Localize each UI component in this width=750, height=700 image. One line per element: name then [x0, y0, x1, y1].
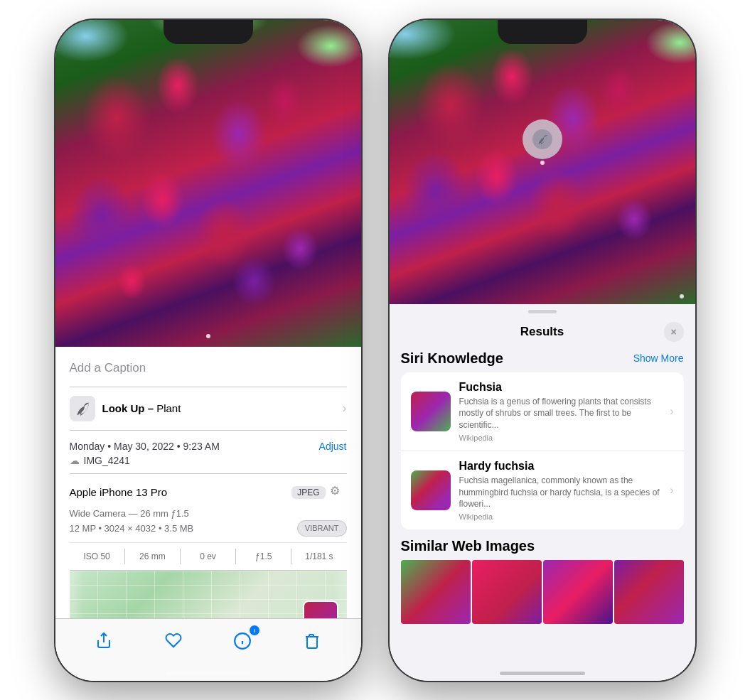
siri-knowledge-title: Siri Knowledge	[401, 350, 503, 367]
results-content: Siri Knowledge Show More Fuchsia Fuchsia…	[390, 350, 695, 681]
hardy-desc: Fuchsia magellanica, commonly known as t…	[459, 475, 662, 510]
device-section: Apple iPhone 13 Pro JPEG ⚙ Wide Camera —…	[70, 474, 347, 571]
similar-images-row	[401, 560, 684, 624]
trash-icon	[304, 632, 321, 652]
format-badge: JPEG	[291, 486, 325, 499]
similar-image-1[interactable]	[401, 560, 471, 624]
visual-lookup-button[interactable]	[523, 119, 562, 159]
left-phone-screen: Add a Caption Look Up – Plant › Monday •…	[55, 20, 361, 681]
info-icon	[233, 632, 252, 653]
page-dot-right	[680, 294, 684, 298]
camera-specs: 12 MP • 3024 × 4032 • 3.5 MB	[70, 522, 194, 536]
similar-image-3[interactable]	[543, 560, 613, 624]
home-indicator	[166, 672, 251, 675]
lookup-icon	[70, 396, 95, 421]
similar-image-4[interactable]	[614, 560, 684, 624]
badges: JPEG ⚙	[291, 484, 346, 501]
fuchsia-source: Wikipedia	[459, 434, 662, 442]
info-badge: i	[250, 625, 259, 635]
close-button[interactable]: ×	[664, 322, 684, 342]
date-section: Monday • May 30, 2022 • 9:23 AM Adjust ☁…	[70, 431, 347, 474]
share-button[interactable]	[88, 627, 119, 658]
heart-icon	[165, 632, 182, 653]
flower-image-left[interactable]	[55, 20, 361, 347]
results-panel: Results × Siri Knowledge Show More Fu	[390, 304, 695, 681]
fuchsia-desc: Fuchsia is a genus of flowering plants t…	[459, 396, 662, 431]
show-more-button[interactable]: Show More	[633, 352, 684, 364]
info-button[interactable]: i	[227, 627, 258, 658]
close-icon: ×	[670, 326, 676, 338]
hardy-info: Hardy fuchsia Fuchsia magellanica, commo…	[459, 460, 662, 521]
siri-dot	[540, 161, 545, 165]
fuchsia-thumbnail	[411, 392, 451, 431]
knowledge-item-hardy[interactable]: Hardy fuchsia Fuchsia magellanica, commo…	[401, 451, 684, 529]
filename-row: ☁ IMG_4241	[70, 455, 347, 466]
right-phone: Results × Siri Knowledge Show More Fu	[390, 20, 695, 681]
share-icon	[95, 632, 112, 653]
exif-aperture: ƒ1.5	[236, 549, 291, 564]
hardy-name: Hardy fuchsia	[459, 460, 662, 473]
date-text: Monday • May 30, 2022 • 9:23 AM	[70, 441, 220, 452]
lookup-row[interactable]: Look Up – Plant ›	[70, 387, 347, 431]
device-row: Apple iPhone 13 Pro JPEG ⚙	[70, 484, 347, 501]
similar-image-2[interactable]	[472, 560, 542, 624]
hardy-source: Wikipedia	[459, 512, 662, 521]
page-dot	[206, 334, 210, 338]
right-phone-screen: Results × Siri Knowledge Show More Fu	[390, 20, 695, 681]
chevron-icon: ›	[343, 401, 347, 416]
exif-ev: 0 ev	[181, 549, 236, 564]
similar-web-images-title: Similar Web Images	[401, 538, 684, 554]
results-header: Results ×	[390, 316, 695, 350]
camera-details: Wide Camera — 26 mm ƒ1.5 12 MP • 3024 × …	[70, 507, 347, 564]
similar-section: Similar Web Images	[401, 538, 684, 624]
left-phone-notch	[164, 20, 253, 44]
cloud-icon: ☁	[70, 455, 80, 466]
right-phone-notch	[498, 20, 587, 44]
drag-handle[interactable]	[528, 310, 557, 313]
hardy-thumbnail	[411, 470, 451, 510]
exif-iso: ISO 50	[70, 549, 125, 564]
results-title: Results	[421, 325, 664, 339]
hardy-chevron: ›	[670, 484, 673, 497]
flower-image-right[interactable]	[390, 20, 695, 304]
exif-row: ISO 50 26 mm 0 ev ƒ1.5 1/181 s	[70, 542, 347, 564]
exif-shutter: 1/181 s	[291, 549, 346, 564]
delete-button[interactable]	[296, 627, 328, 658]
fuchsia-name: Fuchsia	[459, 381, 662, 394]
caption-placeholder[interactable]: Add a Caption	[70, 355, 347, 387]
camera-specs-row: 12 MP • 3024 × 4032 • 3.5 MB VIBRANT	[70, 520, 347, 537]
lookup-label: Look Up – Plant	[102, 402, 181, 414]
camera-wide-row: Wide Camera — 26 mm ƒ1.5	[70, 507, 347, 521]
left-phone: Add a Caption Look Up – Plant › Monday •…	[55, 20, 361, 681]
adjust-button[interactable]: Adjust	[319, 441, 347, 452]
settings-icon[interactable]: ⚙	[330, 484, 347, 501]
knowledge-card: Fuchsia Fuchsia is a genus of flowering …	[401, 372, 684, 530]
device-name: Apple iPhone 13 Pro	[70, 486, 168, 498]
date-row: Monday • May 30, 2022 • 9:23 AM Adjust	[70, 441, 347, 452]
fuchsia-info: Fuchsia Fuchsia is a genus of flowering …	[459, 381, 662, 442]
vibrant-badge: VIBRANT	[297, 520, 347, 537]
knowledge-item-fuchsia[interactable]: Fuchsia Fuchsia is a genus of flowering …	[401, 372, 684, 451]
home-indicator-right	[500, 672, 585, 675]
leaf-inner-icon	[537, 134, 548, 145]
favorite-button[interactable]	[158, 627, 189, 658]
exif-focal: 26 mm	[125, 549, 181, 564]
siri-knowledge-header: Siri Knowledge Show More	[401, 350, 684, 367]
siri-inner	[532, 129, 552, 149]
camera-wide: Wide Camera — 26 mm ƒ1.5	[70, 507, 189, 521]
filename-text: IMG_4241	[84, 455, 130, 466]
leaf-icon	[75, 401, 90, 416]
fuchsia-chevron: ›	[670, 405, 673, 418]
